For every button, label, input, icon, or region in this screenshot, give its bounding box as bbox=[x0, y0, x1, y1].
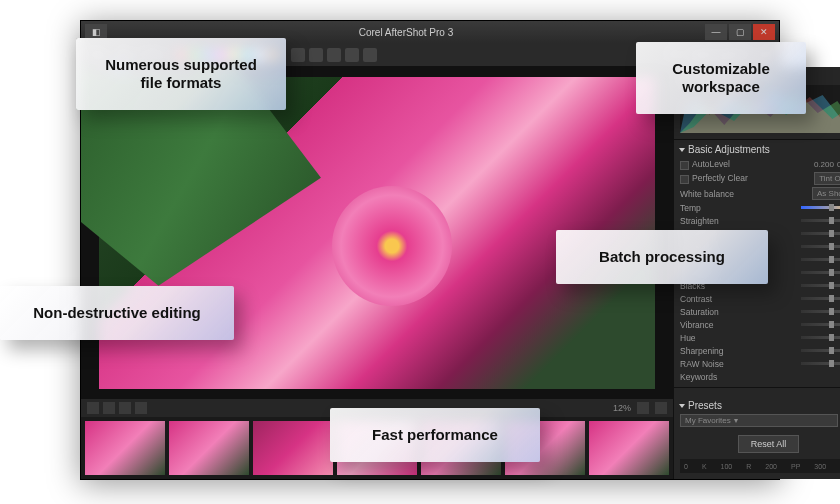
thumbnail[interactable] bbox=[85, 421, 165, 475]
maximize-button[interactable]: ▢ bbox=[729, 24, 751, 40]
window-title: Corel AfterShot Pro 3 bbox=[107, 27, 705, 38]
vibrance-slider[interactable] bbox=[801, 323, 840, 326]
callout-file-formats: Numerous supported file formats bbox=[76, 38, 286, 110]
thumbnail[interactable] bbox=[589, 421, 669, 475]
rawnoise-slider[interactable] bbox=[801, 362, 840, 365]
toolbar-tools bbox=[291, 48, 377, 62]
fit-icon[interactable] bbox=[637, 402, 649, 414]
sharpen-slider[interactable] bbox=[801, 349, 840, 352]
straighten-slider[interactable] bbox=[801, 219, 840, 222]
hue-slider[interactable] bbox=[801, 336, 840, 339]
flag-icon[interactable] bbox=[327, 48, 341, 62]
filllight-slider[interactable] bbox=[801, 271, 840, 274]
view-mode-icon[interactable] bbox=[103, 402, 115, 414]
reset-all-button[interactable]: Reset All bbox=[738, 435, 800, 453]
presets-section: Presets My Favorites▾ + − Reset All 0K10… bbox=[674, 394, 840, 479]
view-mode-icon[interactable] bbox=[135, 402, 147, 414]
contrast-slider[interactable] bbox=[801, 297, 840, 300]
blacks-slider[interactable] bbox=[801, 284, 840, 287]
thumbnail[interactable] bbox=[253, 421, 333, 475]
callout-batch: Batch processing bbox=[556, 230, 768, 284]
callout-nondestructive: Non-destructive editing bbox=[0, 286, 234, 340]
collapse-icon[interactable] bbox=[679, 404, 685, 408]
close-button[interactable]: ✕ bbox=[753, 24, 775, 40]
thumbnail[interactable] bbox=[169, 421, 249, 475]
undo-icon[interactable] bbox=[345, 48, 359, 62]
perfectlyclear-select[interactable]: Tint Off▾ bbox=[814, 172, 840, 185]
redo-icon[interactable] bbox=[363, 48, 377, 62]
autolevel-checkbox[interactable] bbox=[680, 161, 689, 170]
view-mode-icon[interactable] bbox=[119, 402, 131, 414]
section-title: Basic Adjustments bbox=[688, 144, 770, 155]
saturation-slider[interactable] bbox=[801, 310, 840, 313]
rotate-icon[interactable] bbox=[309, 48, 323, 62]
highlights-slider[interactable] bbox=[801, 245, 840, 248]
presets-select[interactable]: My Favorites▾ bbox=[680, 414, 838, 427]
collapse-icon[interactable] bbox=[679, 148, 685, 152]
temp-slider[interactable] bbox=[801, 206, 840, 209]
whitebalance-select[interactable]: As Shot▾ bbox=[812, 187, 840, 200]
crop-icon[interactable] bbox=[291, 48, 305, 62]
minimize-button[interactable]: — bbox=[705, 24, 727, 40]
timeline-ruler: 0K100R200PP300A400 bbox=[680, 459, 840, 473]
hlrange-slider[interactable] bbox=[801, 258, 840, 261]
section-title: Presets bbox=[688, 400, 722, 411]
exposure-slider[interactable] bbox=[801, 232, 840, 235]
zoom-value: 12% bbox=[613, 403, 631, 413]
callout-workspace: Customizable workspace bbox=[636, 42, 806, 114]
fullscreen-icon[interactable] bbox=[655, 402, 667, 414]
callout-performance: Fast performance bbox=[330, 408, 540, 462]
perfectlyclear-checkbox[interactable] bbox=[680, 175, 689, 184]
view-mode-icon[interactable] bbox=[87, 402, 99, 414]
